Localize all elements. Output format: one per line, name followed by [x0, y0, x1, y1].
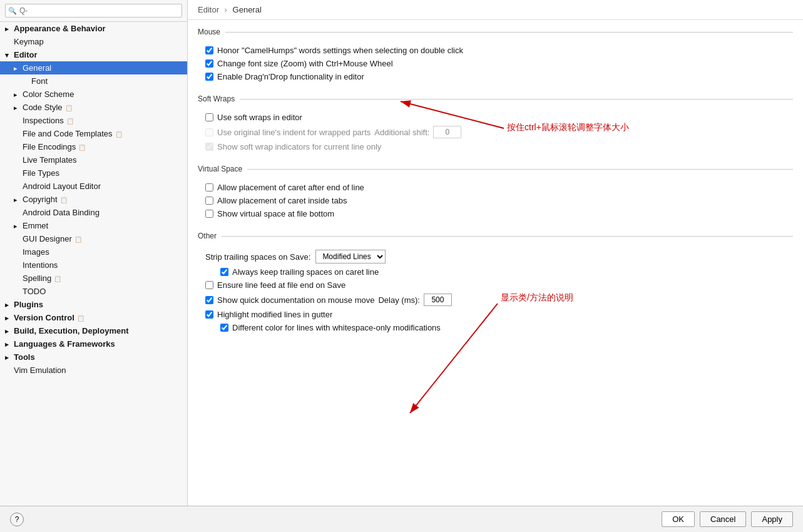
- caret-inside-tabs-label[interactable]: Allow placement of caret inside tabs: [217, 196, 347, 205]
- different-color-label[interactable]: Different color for lines with whitespac…: [232, 323, 441, 332]
- caret-after-end-row: Allow placement of caret after end of li…: [198, 181, 793, 194]
- mouse-section-label: Mouse: [198, 28, 793, 39]
- sidebar-item-color-scheme[interactable]: ▸Color Scheme: [0, 88, 187, 101]
- sidebar-item-label: Vim Emulation: [14, 366, 66, 375]
- soft-wraps-section: Soft Wraps Use soft wraps in editor Use …: [198, 95, 793, 153]
- drag-drop-label[interactable]: Enable Drag'n'Drop functionality in edit…: [217, 72, 364, 81]
- keep-trailing-spaces-checkbox[interactable]: [220, 268, 228, 276]
- sidebar-item-live-templates[interactable]: Live Templates: [0, 153, 187, 166]
- caret-after-end-checkbox[interactable]: [205, 183, 213, 192]
- arrow-icon: ▸: [5, 25, 14, 33]
- delay-input[interactable]: [424, 294, 452, 306]
- camel-humps-checkbox[interactable]: [205, 46, 213, 54]
- sidebar-item-label: Build, Execution, Deployment: [14, 326, 128, 335]
- use-soft-wraps-row: Use soft wraps in editor: [198, 111, 793, 124]
- apply-button[interactable]: Apply: [751, 511, 793, 527]
- sidebar-item-label: Intentions: [23, 260, 58, 270]
- camel-humps-label[interactable]: Honor "CamelHumps" words settings when s…: [217, 46, 463, 55]
- sidebar-item-label: Android Data Binding: [23, 208, 100, 217]
- sidebar-item-copyright[interactable]: ▸Copyright📋: [0, 193, 187, 206]
- sidebar-item-tools[interactable]: ▸Tools: [0, 350, 187, 364]
- caret-after-end-label[interactable]: Allow placement of caret after end of li…: [217, 183, 364, 192]
- sidebar-item-languages-frameworks[interactable]: ▸Languages & Frameworks: [0, 337, 187, 350]
- sidebar-item-images[interactable]: Images: [0, 245, 187, 258]
- caret-inside-tabs-checkbox[interactable]: [205, 197, 213, 205]
- use-soft-wraps-checkbox[interactable]: [205, 113, 213, 121]
- sidebar-item-inspections[interactable]: Inspections📋: [0, 114, 187, 127]
- sidebar-item-emmet[interactable]: ▸Emmet: [0, 219, 187, 232]
- zoom-label[interactable]: Change font size (Zoom) with Ctrl+Mouse …: [217, 59, 393, 68]
- strip-trailing-dropdown[interactable]: Modified Lines None All: [315, 250, 386, 263]
- sidebar-item-label: Plugins: [14, 300, 43, 309]
- highlight-modified-row: Highlight modified lines in gutter: [198, 308, 793, 321]
- virtual-space-bottom-label[interactable]: Show virtual space at file bottom: [217, 209, 334, 218]
- sidebar-item-version-control[interactable]: ▸Version Control📋: [0, 311, 187, 324]
- sidebar-item-editor[interactable]: ▾Editor: [0, 48, 187, 61]
- sidebar-item-general[interactable]: ▸General: [0, 61, 187, 74]
- sidebar-item-keymap[interactable]: Keymap: [0, 35, 187, 48]
- arrow-icon: ▸: [14, 104, 23, 112]
- sidebar-item-build-execution[interactable]: ▸Build, Execution, Deployment: [0, 324, 187, 337]
- ok-button[interactable]: OK: [662, 511, 695, 527]
- help-button[interactable]: ?: [10, 513, 24, 526]
- arrow-icon: ▸: [5, 327, 14, 335]
- sidebar-item-label: Android Layout Editor: [23, 182, 101, 191]
- sidebar-item-file-code-templates[interactable]: File and Code Templates📋: [0, 127, 187, 140]
- sidebar-item-android-data[interactable]: Android Data Binding: [0, 206, 187, 219]
- highlight-modified-checkbox[interactable]: [205, 310, 213, 319]
- settings-sidebar: ▸Appearance & BehaviorKeymap▾Editor▸Gene…: [0, 0, 188, 506]
- different-color-checkbox[interactable]: [220, 324, 228, 332]
- ensure-line-feed-checkbox[interactable]: [205, 281, 213, 289]
- sidebar-item-gui-designer[interactable]: GUI Designer📋: [0, 232, 187, 245]
- sidebar-item-label: Editor: [14, 50, 38, 59]
- search-input[interactable]: [5, 4, 182, 18]
- sidebar-item-file-types[interactable]: File Types: [0, 166, 187, 180]
- sidebar-item-font[interactable]: Font: [0, 74, 187, 88]
- additional-shift-label: Additional shift:: [374, 128, 429, 137]
- soft-wrap-indicators-checkbox[interactable]: [205, 143, 213, 151]
- keep-trailing-spaces-label[interactable]: Always keep trailing spaces on caret lin…: [232, 267, 379, 277]
- additional-shift-input[interactable]: [433, 126, 461, 138]
- ensure-line-feed-label[interactable]: Ensure line feed at file end on Save: [217, 280, 345, 290]
- drag-drop-checkbox[interactable]: [205, 73, 213, 81]
- sidebar-item-label: Version Control: [14, 313, 74, 322]
- sidebar-item-intentions[interactable]: Intentions: [0, 258, 187, 272]
- sidebar-item-file-encodings[interactable]: File Encodings📋: [0, 140, 187, 153]
- quick-docs-checkbox[interactable]: [205, 296, 213, 304]
- cancel-button[interactable]: Cancel: [700, 511, 746, 527]
- sidebar-item-label: File Encodings: [23, 142, 76, 151]
- use-soft-wraps-label[interactable]: Use soft wraps in editor: [217, 113, 302, 122]
- zoom-checkbox[interactable]: [205, 59, 213, 68]
- delay-label: Delay (ms):: [378, 295, 419, 305]
- sidebar-item-android-layout[interactable]: Android Layout Editor: [0, 180, 187, 193]
- quick-docs-label[interactable]: Show quick documentation on mouse move: [217, 295, 374, 305]
- arrow-icon: ▸: [5, 314, 14, 322]
- copy-icon: 📋: [65, 105, 73, 111]
- original-indent-checkbox[interactable]: [205, 128, 213, 136]
- sidebar-item-todo[interactable]: TODO: [0, 285, 187, 298]
- arrow-icon: ▸: [5, 354, 14, 362]
- sidebar-item-label: General: [23, 63, 51, 73]
- virtual-space-section: Virtual Space Allow placement of caret a…: [198, 165, 793, 220]
- sidebar-item-plugins[interactable]: ▸Plugins: [0, 298, 187, 311]
- virtual-space-section-label: Virtual Space: [198, 165, 793, 176]
- ensure-line-feed-row: Ensure line feed at file end on Save: [198, 279, 793, 292]
- copy-icon: 📋: [77, 315, 84, 322]
- sidebar-item-code-style[interactable]: ▸Code Style📋: [0, 101, 187, 114]
- sidebar-item-label: Spelling: [23, 274, 51, 283]
- breadcrumb-parent: Editor: [198, 5, 219, 14]
- soft-wrap-indicators-row: Show soft wrap indicators for current li…: [198, 140, 793, 153]
- copy-icon: 📋: [115, 131, 123, 138]
- sidebar-item-appearance[interactable]: ▸Appearance & Behavior: [0, 22, 187, 35]
- sidebar-item-label: TODO: [23, 287, 46, 296]
- highlight-modified-label[interactable]: Highlight modified lines in gutter: [217, 310, 332, 319]
- sidebar-item-label: GUI Designer: [23, 234, 72, 243]
- virtual-space-bottom-checkbox[interactable]: [205, 210, 213, 218]
- zoom-row: Change font size (Zoom) with Ctrl+Mouse …: [198, 57, 793, 70]
- different-color-row: Different color for lines with whitespac…: [198, 321, 793, 334]
- sidebar-item-spelling[interactable]: Spelling📋: [0, 272, 187, 285]
- arrow-icon: ▸: [5, 340, 14, 349]
- sidebar-item-label: Code Style: [23, 103, 63, 112]
- arrow-icon: ▸: [14, 91, 23, 99]
- sidebar-item-vim-emulation[interactable]: Vim Emulation: [0, 364, 187, 377]
